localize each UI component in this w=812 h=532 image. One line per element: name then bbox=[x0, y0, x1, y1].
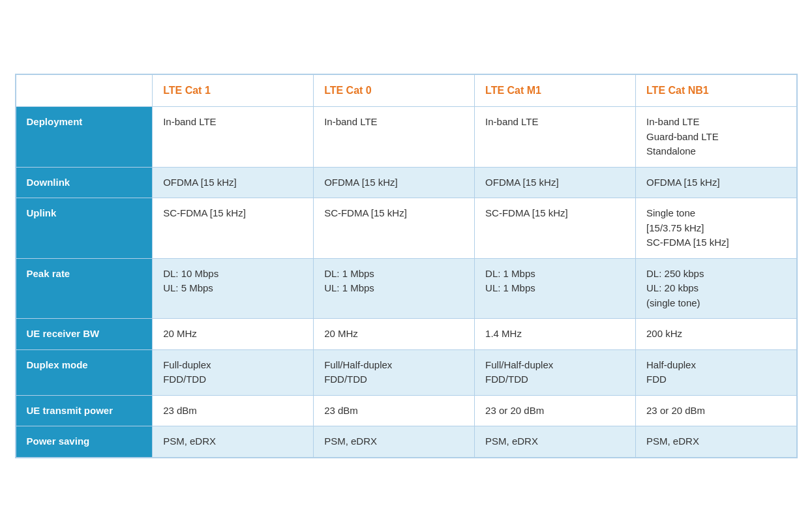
table-cell: PSM, eDRX bbox=[314, 426, 475, 458]
table-cell: OFDMA [15 kHz] bbox=[153, 167, 314, 198]
table-cell: SC-FDMA [15 kHz] bbox=[314, 198, 475, 259]
table-cell: OFDMA [15 kHz] bbox=[636, 167, 797, 198]
table-cell: In-band LTE bbox=[153, 107, 314, 168]
table-cell: 23 dBm bbox=[153, 395, 314, 426]
table-cell: DL: 10 MbpsUL: 5 Mbps bbox=[153, 258, 314, 319]
row-label: Downlink bbox=[16, 167, 153, 198]
table-cell: In-band LTE bbox=[314, 107, 475, 168]
table-cell: 20 MHz bbox=[153, 319, 314, 350]
comparison-table: LTE Cat 1 LTE Cat 0 LTE Cat M1 LTE Cat N… bbox=[15, 74, 798, 458]
row-label: Duplex mode bbox=[16, 349, 153, 395]
table-cell: PSM, eDRX bbox=[153, 426, 314, 458]
table-cell: Full-duplexFDD/TDD bbox=[153, 349, 314, 395]
header-lte-catnb1: LTE Cat NB1 bbox=[636, 74, 797, 107]
table-cell: SC-FDMA [15 kHz] bbox=[475, 198, 636, 259]
table-cell: Half-duplexFDD bbox=[636, 349, 797, 395]
table-cell: PSM, eDRX bbox=[636, 426, 797, 458]
table-cell: SC-FDMA [15 kHz] bbox=[153, 198, 314, 259]
row-label: UE transmit power bbox=[16, 395, 153, 426]
table-cell: Full/Half-duplexFDD/TDD bbox=[314, 349, 475, 395]
row-label: UE receiver BW bbox=[16, 319, 153, 350]
table-cell: OFDMA [15 kHz] bbox=[314, 167, 475, 198]
table-cell: DL: 250 kbps UL: 20 kbps(single tone) bbox=[636, 258, 797, 319]
table-cell: DL: 1 MbpsUL: 1 Mbps bbox=[475, 258, 636, 319]
table-cell: 23 dBm bbox=[314, 395, 475, 426]
header-empty bbox=[16, 74, 153, 107]
table-cell: 20 MHz bbox=[314, 319, 475, 350]
table-cell: PSM, eDRX bbox=[475, 426, 636, 458]
header-lte-catm1: LTE Cat M1 bbox=[475, 74, 636, 107]
table-cell: 23 or 20 dBm bbox=[475, 395, 636, 426]
table-cell: In-band LTE bbox=[475, 107, 636, 168]
table-cell: OFDMA [15 kHz] bbox=[475, 167, 636, 198]
header-lte-cat1: LTE Cat 1 bbox=[153, 74, 314, 107]
row-label: Uplink bbox=[16, 198, 153, 259]
row-label: Peak rate bbox=[16, 258, 153, 319]
table-cell: 23 or 20 dBm bbox=[636, 395, 797, 426]
table-cell: Single tone[15/3.75 kHz]SC-FDMA [15 kHz] bbox=[636, 198, 797, 259]
table-cell: Full/Half-duplexFDD/TDD bbox=[475, 349, 636, 395]
table-cell: 200 kHz bbox=[636, 319, 797, 350]
row-label: Power saving bbox=[16, 426, 153, 458]
table-cell: DL: 1 MbpsUL: 1 Mbps bbox=[314, 258, 475, 319]
row-label: Deployment bbox=[16, 107, 153, 168]
header-lte-cat0: LTE Cat 0 bbox=[314, 74, 475, 107]
table-cell: 1.4 MHz bbox=[475, 319, 636, 350]
table-cell: In-band LTEGuard-band LTEStandalone bbox=[636, 107, 797, 168]
